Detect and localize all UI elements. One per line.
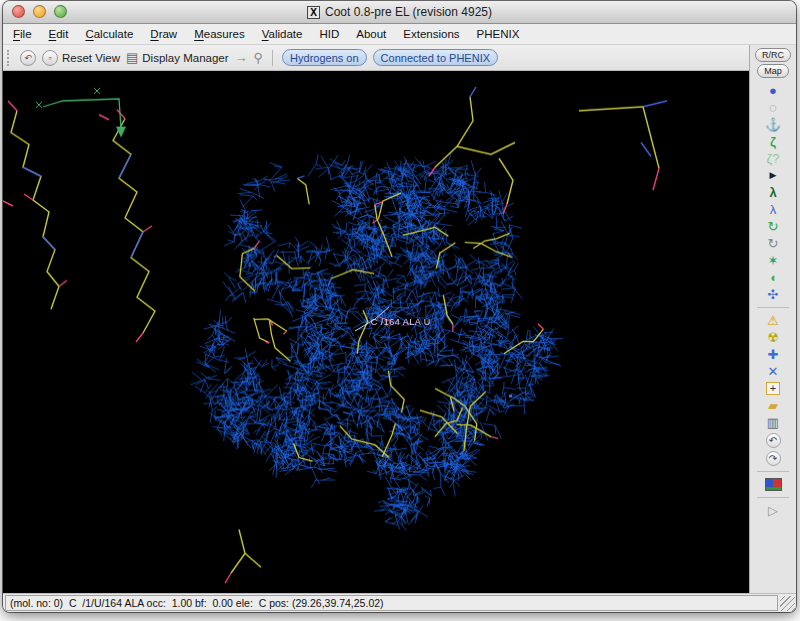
add-terminal-residue-icon[interactable]: ✚	[761, 346, 785, 363]
molecule-canvas[interactable]	[3, 71, 749, 593]
phenix-connection-button[interactable]: Connected to PHENIX	[373, 49, 498, 66]
expander-icon[interactable]: ▶	[761, 167, 785, 184]
refmac-flag-icon[interactable]	[765, 478, 782, 491]
toolbar-separator	[272, 50, 273, 66]
right-panel: R/RC Map ●◌⚓ζζ?▶λλ↻↻✶◖✣⚠☢✚✕+▰▥↶↷▷	[749, 45, 796, 593]
menu-validate[interactable]: Validate	[262, 28, 303, 40]
real-space-refine-icon[interactable]: ζ	[761, 133, 785, 150]
resize-grip[interactable]	[780, 596, 795, 611]
jiggle-fit-icon[interactable]: ✣	[761, 286, 785, 303]
main-toolbar: ↶ ▫ Reset View ▤ Display Manager → ⚲ Hyd…	[3, 45, 749, 71]
menu-edit[interactable]: Edit	[49, 28, 69, 40]
menu-draw[interactable]: Draw	[150, 28, 177, 40]
statusbar: (mol. no: 0) C /1/U/164 ALA occ: 1.00 bf…	[3, 593, 796, 612]
mutate-brush-icon[interactable]: ▰	[761, 397, 785, 414]
toolbar-separator	[757, 307, 789, 308]
window-controls	[12, 5, 67, 18]
toolbar-separator	[757, 471, 789, 472]
menu-about[interactable]: About	[356, 28, 386, 40]
title-area: X Coot 0.8-pre EL (revision 4925)	[307, 5, 492, 19]
reset-view-button[interactable]: ▫ Reset View	[42, 50, 120, 66]
rotate-translate-icon[interactable]: λ	[761, 201, 785, 218]
place-atom-icon[interactable]: +	[766, 382, 780, 395]
go-to-ligand-icon[interactable]: ⚲	[254, 51, 264, 64]
window-title: Coot 0.8-pre EL (revision 4925)	[325, 5, 492, 19]
display-manager-icon: ▤	[126, 51, 138, 64]
delete-icon[interactable]: ▥	[761, 414, 785, 431]
back-arrow-icon: ↶	[24, 53, 32, 63]
redo-icon[interactable]: ↷	[766, 451, 781, 466]
toolbar-handle[interactable]	[7, 50, 13, 66]
status-text: (mol. no: 0) C /1/U/164 ALA occ: 1.00 bf…	[5, 595, 778, 611]
auto-fit-rotamer-icon[interactable]: ↻	[761, 218, 785, 235]
coot-window: X Coot 0.8-pre EL (revision 4925) FileEd…	[3, 1, 796, 612]
side-chain-flip-icon[interactable]: ◖	[761, 269, 785, 286]
menu-phenix[interactable]: PHENIX	[477, 28, 520, 40]
hydrogens-toggle-button[interactable]: Hydrogens on	[282, 49, 367, 66]
menu-hid[interactable]: HID	[319, 28, 339, 40]
rigid-body-fit-icon[interactable]: λ	[761, 184, 785, 201]
reset-view-icon: ▫	[42, 50, 58, 66]
close-button[interactable]	[12, 5, 25, 18]
undo-icon[interactable]: ↶	[766, 433, 781, 448]
menu-calculate[interactable]: Calculate	[85, 28, 133, 40]
pep-flip-warning-icon[interactable]: ⚠	[761, 312, 785, 329]
map-button[interactable]: Map	[757, 64, 789, 78]
more-tools-expander-icon[interactable]: ▷	[761, 502, 785, 519]
radiation-icon[interactable]: ☢	[761, 329, 785, 346]
sphere-icon[interactable]: ●	[761, 82, 785, 99]
atom-label: C /164 ALA U	[371, 317, 431, 327]
gl-viewport[interactable]: C /164 ALA U	[3, 71, 749, 593]
rrc-button[interactable]: R/RC	[755, 48, 791, 62]
x11-app-icon: X	[307, 6, 320, 19]
menu-extensions[interactable]: Extensions	[403, 28, 459, 40]
display-manager-label: Display Manager	[142, 52, 228, 64]
menu-measures[interactable]: Measures	[194, 28, 245, 40]
display-manager-button[interactable]: ▤ Display Manager	[126, 51, 229, 64]
dashed-circle-icon[interactable]: ◌	[761, 99, 785, 116]
edit-chi-angles-icon[interactable]: ✶	[761, 252, 785, 269]
add-alt-conf-icon[interactable]: ✕	[761, 363, 785, 380]
modelling-toolbar: ●◌⚓ζζ?▶λλ↻↻✶◖✣⚠☢✚✕+▰▥↶↷▷	[750, 82, 796, 519]
minimize-button[interactable]	[33, 5, 46, 18]
toolbar-separator	[757, 497, 789, 498]
regularize-zone-icon[interactable]: ζ?	[761, 150, 785, 167]
anchor-icon[interactable]: ⚓	[761, 116, 785, 133]
reset-view-label: Reset View	[62, 52, 120, 64]
rotamers-icon[interactable]: ↻	[761, 235, 785, 252]
menubar: FileEditCalculateDrawMeasuresValidateHID…	[3, 24, 796, 45]
zoom-button[interactable]	[54, 5, 67, 18]
go-to-atom-icon[interactable]: →	[235, 51, 248, 64]
back-arrow-button[interactable]: ↶	[20, 50, 36, 66]
titlebar[interactable]: X Coot 0.8-pre EL (revision 4925)	[3, 1, 796, 24]
menu-file[interactable]: File	[13, 28, 32, 40]
